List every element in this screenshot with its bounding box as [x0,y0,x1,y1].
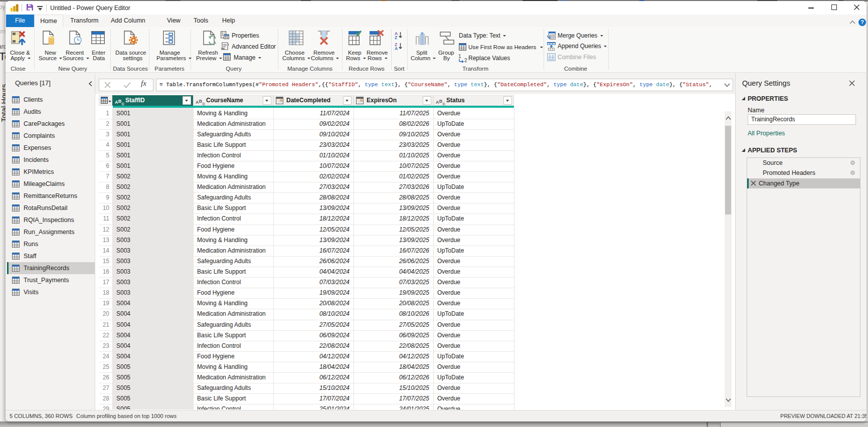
svg-text:1: 1 [458,54,461,59]
svg-text:Z: Z [395,35,397,40]
svg-text:2: 2 [464,58,467,63]
svg-text:A: A [395,46,398,51]
